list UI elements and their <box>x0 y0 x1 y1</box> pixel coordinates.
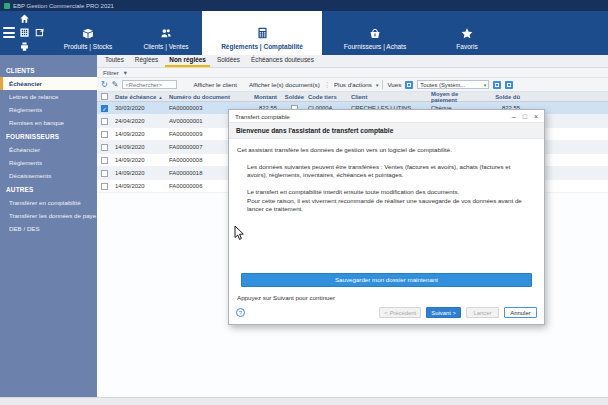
clients-people-icon <box>159 26 173 40</box>
views-dropdown[interactable]: Toutes (Systèm... ▾ <box>417 80 489 89</box>
tab-toutes[interactable]: Toutes <box>101 54 128 67</box>
sidebar-item-lettres-de-relance[interactable]: Lettres de relance <box>0 90 97 103</box>
row-checkbox[interactable] <box>101 170 108 177</box>
list-tabs: Toutes Réglées Non réglées Soldées Échéa… <box>97 55 608 68</box>
home-icon[interactable] <box>17 12 31 25</box>
cell-number: AV00000001 <box>169 118 233 124</box>
sidebar-item-deb-des[interactable]: DEB / DES <box>0 222 97 235</box>
menu-hamburger-icon[interactable] <box>3 27 15 38</box>
toolbar-divider <box>382 80 383 89</box>
dialog-footer: ? < Précédent Suivant > Lancer Annuler <box>229 305 544 324</box>
dialog-paragraph-transferable: Les données suivantes peuvent être trans… <box>247 163 527 180</box>
show-client-button[interactable]: Afficher le client <box>193 81 237 88</box>
cell-date: 14/09/2020 <box>112 183 169 189</box>
window-titlebar: EBP Gestion Commerciale PRO 2021 <box>0 0 608 11</box>
previous-button[interactable]: < Précédent <box>379 307 421 318</box>
sidebar-item-reglements-fournisseurs[interactable]: Règlements <box>0 156 97 169</box>
minimize-icon[interactable]: – <box>512 111 516 122</box>
sidebar-item-echeancier-clients[interactable]: Échéancier <box>0 77 97 90</box>
nav-tab-reglements-comptabilite[interactable]: Règlements | Comptabilité <box>202 11 322 55</box>
col-moyen-paiement[interactable]: Moyen de paiement <box>431 91 481 103</box>
col-numero-document[interactable]: Numéro du document <box>169 94 233 100</box>
row-checkbox[interactable] <box>101 157 108 164</box>
nav-tabs: Produits | Stocks Clients | Ventes Règle… <box>46 11 608 55</box>
table-header-row: Date échéance▲ Numéro du document Montan… <box>97 92 608 102</box>
dialog-titlebar[interactable]: Transfert comptable – □ × <box>229 110 544 123</box>
tab-echeances-douteuses[interactable]: Échéances douteuses <box>247 54 318 67</box>
select-all-checkbox[interactable] <box>101 93 108 100</box>
refresh-icon[interactable]: ↻ <box>101 81 108 89</box>
sidebar-item-decaissements[interactable]: Décaissements <box>0 169 97 182</box>
row-checkbox[interactable]: ✓ <box>101 105 108 112</box>
tab-reglees[interactable]: Réglées <box>131 54 162 67</box>
products-box-icon <box>81 26 95 40</box>
filter-label[interactable]: Filtrer <box>103 69 119 76</box>
nav-tab-clients-ventes[interactable]: Clients | Ventes <box>130 11 202 55</box>
dialog-warning-line2: Pour cette raison, il est vivement recom… <box>247 197 533 214</box>
filter-bar: Filtrer ▾ <box>97 68 608 78</box>
action-toolbar: ↻ ✎ Afficher le client Afficher le(s) do… <box>97 78 608 92</box>
cell-date: 14/09/2020 <box>112 170 169 176</box>
view-save-icon[interactable] <box>493 81 501 89</box>
suppliers-basket-icon <box>368 26 382 40</box>
show-documents-button[interactable]: Afficher le(s) document(s) <box>249 81 320 88</box>
col-client[interactable]: Client <box>351 94 431 100</box>
nav-tab-fournisseurs-achats[interactable]: Fournisseurs | Achats <box>322 11 428 55</box>
views-grid-icon[interactable] <box>405 81 413 89</box>
nav-tab-produits-stocks[interactable]: Produits | Stocks <box>46 11 130 55</box>
nav-tab-label: Favoris <box>456 43 477 50</box>
dialog-title: Transfert comptable <box>235 113 290 120</box>
views-label[interactable]: Vues <box>387 81 401 88</box>
tab-non-reglees[interactable]: Non réglées <box>165 54 210 67</box>
sidebar-section-autres: AUTRES <box>0 182 97 196</box>
calendar-grid-icon[interactable] <box>17 26 31 39</box>
launch-button[interactable]: Lancer <box>466 307 499 318</box>
sidebar-item-transferer-paye[interactable]: Transférer les données de paye <box>0 209 97 222</box>
dots-vertical-icon: ⋮ <box>324 81 330 88</box>
col-montant[interactable]: Montant <box>233 94 281 100</box>
col-solde-du[interactable]: Solde dû <box>481 94 524 100</box>
cell-number: FA00000008 <box>169 157 233 163</box>
sidebar-item-reglements-clients[interactable]: Règlements <box>0 103 97 116</box>
sidebar-item-echeancier-fournisseurs[interactable]: Échéancier <box>0 143 97 156</box>
row-checkbox[interactable] <box>101 131 108 138</box>
more-actions-button[interactable]: Plus d'actions <box>334 81 372 88</box>
view-config-icon[interactable] <box>505 81 513 89</box>
cell-number: FA00000006 <box>169 183 233 189</box>
calculator-icon <box>256 26 269 40</box>
cell-number: FA00000007 <box>169 144 233 150</box>
row-checkbox[interactable] <box>101 118 108 125</box>
col-date-echeance[interactable]: Date échéance▲ <box>112 94 169 100</box>
col-soldee[interactable]: Soldée <box>281 94 308 100</box>
cancel-button[interactable]: Annuler <box>504 307 537 318</box>
cell-date: 14/09/2020 <box>112 157 169 163</box>
app-window: EBP Gestion Commerciale PRO 2021 <box>0 0 608 405</box>
backup-now-button[interactable]: Sauvegarder mon dossier maintenant <box>241 273 532 287</box>
transfert-comptable-dialog: Transfert comptable – □ × Bienvenue dans… <box>228 109 545 325</box>
edit-pencil-icon[interactable]: ✎ <box>112 81 119 89</box>
row-checkbox[interactable] <box>101 144 108 151</box>
sidebar-section-clients: CLIENTS <box>0 63 97 77</box>
nav-tab-favoris[interactable]: Favoris <box>428 11 506 55</box>
printer-icon[interactable] <box>17 40 31 53</box>
cell-number: FA00000003 <box>169 105 233 111</box>
close-icon[interactable]: × <box>534 111 538 122</box>
nav-tab-label: Fournisseurs | Achats <box>344 43 406 50</box>
popout-window-icon[interactable] <box>34 26 46 38</box>
col-code-tiers[interactable]: Code tiers <box>308 94 351 100</box>
help-icon[interactable]: ? <box>236 308 245 317</box>
more-actions-caret-icon: ▾ <box>376 82 379 88</box>
row-checkbox[interactable] <box>101 183 108 190</box>
sidebar-item-remises-en-banque[interactable]: Remises en banque <box>0 116 97 129</box>
tab-soldees[interactable]: Soldées <box>213 54 244 67</box>
sidebar-item-transferer-comptabilite[interactable]: Transférer en comptabilité <box>0 196 97 209</box>
cell-date: 30/03/2020 <box>112 105 169 111</box>
maximize-icon[interactable]: □ <box>523 111 527 122</box>
views-dropdown-value: Toutes (Systèm... <box>420 82 465 88</box>
nav-tab-label: Produits | Stocks <box>64 43 113 50</box>
search-input[interactable] <box>122 80 177 89</box>
cell-number: FA00000009 <box>169 131 233 137</box>
dialog-intro-text: Cet assistant transfère les données de g… <box>237 146 536 155</box>
filter-chevron-down-icon[interactable]: ▾ <box>124 69 127 76</box>
next-button[interactable]: Suivant > <box>426 307 461 318</box>
